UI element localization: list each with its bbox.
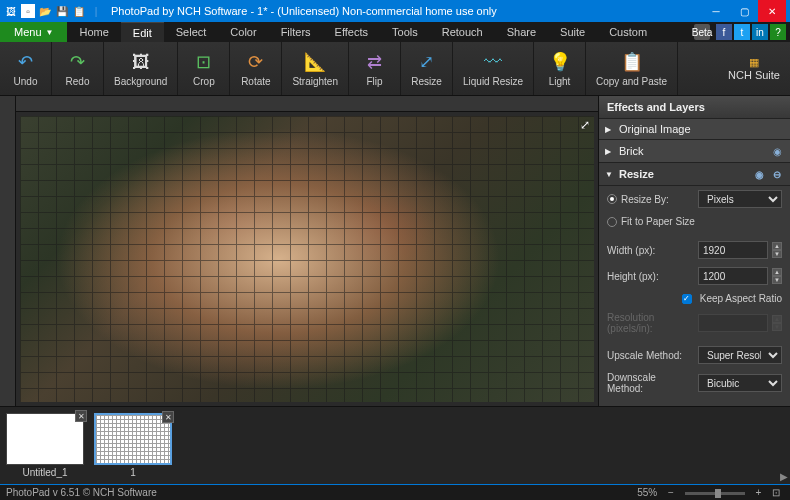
redo-button[interactable]: ↷Redo [52,42,104,95]
resolution-input [698,314,768,332]
zoom-out-button[interactable]: − [668,487,674,498]
window-buttons: ─ ▢ ✕ [702,0,786,22]
title-bar: 🖼 ▫ 📂 💾 📋 | PhotoPad by NCH Software - 1… [0,0,790,22]
remove-icon[interactable]: ⊖ [770,167,784,181]
menu-bar: Menu▼ Home Edit Select Color Filters Eff… [0,22,790,42]
resize-button[interactable]: ⤢Resize [401,42,453,95]
resize-icon: ⤢ [414,50,438,74]
spin-up[interactable]: ▲ [772,268,782,276]
tab-edit[interactable]: Edit [121,22,164,42]
height-input[interactable] [698,267,768,285]
radio-resize-by[interactable] [607,194,617,204]
effects-panel: Effects and Layers ▶Original Image ▶Bric… [598,96,790,406]
expand-icon[interactable]: ⤢ [580,118,590,132]
undo-icon: ↶ [14,50,38,74]
panel-header: Effects and Layers [599,96,790,119]
status-bar: PhotoPad v 6.51 © NCH Software 55% − + ⊡ [0,484,790,500]
canvas[interactable]: ⤢ [16,112,598,406]
spin-down[interactable]: ▼ [772,250,782,258]
accordion-brick[interactable]: ▶Brick◉ [599,140,790,163]
tab-effects[interactable]: Effects [323,22,380,42]
crop-button[interactable]: ⊡Crop [178,42,230,95]
app-icon: 🖼 [4,4,18,18]
facebook-icon[interactable]: f [716,24,732,40]
background-icon: 🖼 [129,50,153,74]
spin-down[interactable]: ▼ [772,276,782,284]
light-button[interactable]: 💡Light [534,42,586,95]
light-icon: 💡 [548,50,572,74]
eye-icon[interactable]: ◉ [770,144,784,158]
image-content [20,116,594,402]
zoom-slider[interactable] [685,492,745,495]
grid-icon: ▦ [749,56,759,69]
downscale-select[interactable]: Bicubic [698,374,782,392]
liquid-icon: 〰 [481,50,505,74]
help-icon[interactable]: ? [770,24,786,40]
chevron-right-icon: ▶ [605,125,615,134]
spin-up[interactable]: ▲ [772,242,782,250]
tab-custom[interactable]: Custom [597,22,659,42]
open-icon[interactable]: 📂 [38,4,52,18]
liquid-resize-button[interactable]: 〰Liquid Resize [453,42,534,95]
tab-share[interactable]: Share [495,22,548,42]
tab-suite[interactable]: Suite [548,22,597,42]
fit-button[interactable]: ⊡ [772,487,780,498]
redo-icon: ↷ [66,50,90,74]
accordion-resize[interactable]: ▼Resize◉⊖ [599,163,790,186]
ruler-horizontal [16,96,598,112]
thumbnail-strip: ✕ Untitled_1 ✕ 1 ▶ [0,406,790,484]
width-input[interactable] [698,241,768,259]
thumbnail-1[interactable]: ✕ Untitled_1 [4,413,86,478]
chevron-down-icon: ▼ [605,170,615,179]
window-title: PhotoPad by NCH Software - 1* - (Unlicen… [111,5,702,17]
tab-retouch[interactable]: Retouch [430,22,495,42]
close-thumb-icon[interactable]: ✕ [75,410,87,422]
upscale-select[interactable]: Super Resolution [698,346,782,364]
flip-icon: ⇄ [362,50,386,74]
close-thumb-icon[interactable]: ✕ [162,411,174,423]
accordion-original-image[interactable]: ▶Original Image [599,119,790,140]
rotate-icon: ⟳ [244,50,268,74]
tab-color[interactable]: Color [218,22,268,42]
nch-suite-button[interactable]: ▦NCH Suite [718,42,790,95]
status-text: PhotoPad v 6.51 © NCH Software [6,487,157,498]
zoom-in-button[interactable]: + [755,487,761,498]
maximize-button[interactable]: ▢ [730,0,758,22]
save-icon[interactable]: 💾 [55,4,69,18]
rotate-button[interactable]: ⟳Rotate [230,42,282,95]
new-icon[interactable]: ▫ [21,4,35,18]
divider-icon: | [89,4,103,18]
radio-fit-paper[interactable] [607,217,617,227]
crop-icon: ⊡ [192,50,216,74]
copy-paste-button[interactable]: 📋Copy and Paste [586,42,678,95]
undo-button[interactable]: ↶Undo [0,42,52,95]
straighten-button[interactable]: 📐Straighten [282,42,349,95]
close-button[interactable]: ✕ [758,0,786,22]
minimize-button[interactable]: ─ [702,0,730,22]
linkedin-icon[interactable]: in [752,24,768,40]
background-button[interactable]: 🖼Background [104,42,178,95]
chevron-right-icon: ▶ [605,147,615,156]
clipboard-icon: 📋 [620,50,644,74]
menu-button[interactable]: Menu▼ [0,22,67,42]
beta-badge: Beta [694,24,710,40]
zoom-controls: 55% − + ⊡ [633,487,784,498]
quick-access-toolbar: 🖼 ▫ 📂 💾 📋 | [4,4,103,18]
zoom-label: 55% [637,487,657,498]
straighten-icon: 📐 [303,50,327,74]
tab-home[interactable]: Home [67,22,120,42]
tab-select[interactable]: Select [164,22,219,42]
ruler-vertical [0,96,16,406]
thumbnail-2[interactable]: ✕ 1 [92,413,174,478]
eye-icon[interactable]: ◉ [752,167,766,181]
paste-icon[interactable]: 📋 [72,4,86,18]
ribbon-toolbar: ↶Undo ↷Redo 🖼Background ⊡Crop ⟳Rotate 📐S… [0,42,790,96]
tab-filters[interactable]: Filters [269,22,323,42]
tab-tools[interactable]: Tools [380,22,430,42]
twitter-icon[interactable]: t [734,24,750,40]
resize-by-select[interactable]: Pixels [698,190,782,208]
scroll-right-icon[interactable]: ▶ [780,471,788,482]
checkbox-keep-aspect[interactable] [682,294,692,304]
flip-button[interactable]: ⇄Flip [349,42,401,95]
